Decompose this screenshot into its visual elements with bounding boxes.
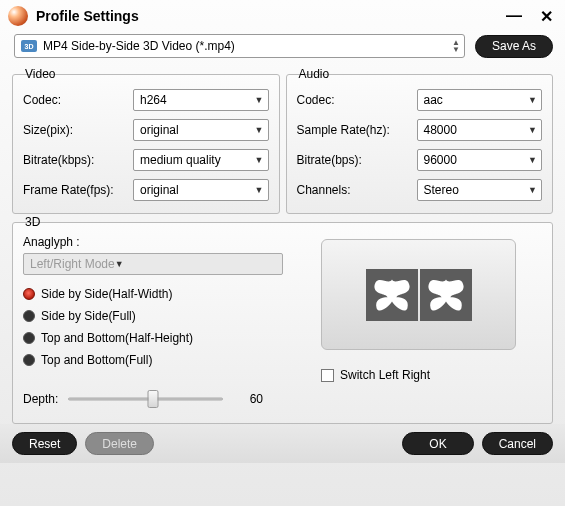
video-size-label: Size(pix): [23, 123, 133, 137]
ok-button[interactable]: OK [402, 432, 473, 455]
video-size-select[interactable]: original ▼ [133, 119, 269, 141]
threed-panel: 3D Anaglyph : Left/Right Mode ▼ Side by … [12, 222, 553, 424]
audio-bitrate-select[interactable]: 96000 ▼ [417, 149, 543, 171]
chevron-down-icon: ▼ [255, 125, 264, 135]
chevron-down-icon: ▼ [115, 259, 124, 269]
video-bitrate-select[interactable]: medium quality ▼ [133, 149, 269, 171]
audio-channels-value: Stereo [424, 183, 529, 197]
audio-bitrate-label: Bitrate(bps): [297, 153, 417, 167]
minimize-button[interactable]: — [502, 7, 526, 26]
radio-icon [23, 354, 35, 366]
audio-codec-select[interactable]: aac ▼ [417, 89, 543, 111]
audio-bitrate-value: 96000 [424, 153, 529, 167]
radio-tb-half[interactable]: Top and Bottom(Half-Height) [23, 327, 303, 349]
video-panel: Video Codec: h264 ▼ Size(pix): original … [12, 74, 280, 214]
radio-tb-full[interactable]: Top and Bottom(Full) [23, 349, 303, 371]
window-title: Profile Settings [36, 8, 502, 24]
audio-legend: Audio [295, 67, 334, 81]
video-bitrate-label: Bitrate(kbps): [23, 153, 133, 167]
video-framerate-select[interactable]: original ▼ [133, 179, 269, 201]
butterfly-right-icon [420, 269, 472, 321]
radio-label: Side by Side(Full) [41, 309, 136, 323]
video-bitrate-value: medium quality [140, 153, 255, 167]
radio-sbs-half[interactable]: Side by Side(Half-Width) [23, 283, 303, 305]
video-size-value: original [140, 123, 255, 137]
anaglyph-value: Left/Right Mode [30, 257, 115, 271]
audio-channels-label: Channels: [297, 183, 417, 197]
switch-left-right-checkbox[interactable] [321, 369, 334, 382]
video-codec-select[interactable]: h264 ▼ [133, 89, 269, 111]
chevron-down-icon: ▼ [255, 185, 264, 195]
audio-codec-value: aac [424, 93, 529, 107]
chevron-down-icon: ▼ [528, 125, 537, 135]
radio-label: Top and Bottom(Full) [41, 353, 152, 367]
depth-slider[interactable] [68, 389, 223, 409]
radio-icon [23, 288, 35, 300]
delete-button: Delete [85, 432, 154, 455]
close-button[interactable]: ✕ [536, 7, 557, 26]
cancel-button[interactable]: Cancel [482, 432, 553, 455]
video-codec-value: h264 [140, 93, 255, 107]
audio-panel: Audio Codec: aac ▼ Sample Rate(hz): 4800… [286, 74, 554, 214]
radio-sbs-full[interactable]: Side by Side(Full) [23, 305, 303, 327]
profile-select[interactable]: 3D MP4 Side-by-Side 3D Video (*.mp4) ▲▼ [14, 34, 465, 58]
audio-codec-label: Codec: [297, 93, 417, 107]
anaglyph-select: Left/Right Mode ▼ [23, 253, 283, 275]
depth-label: Depth: [23, 392, 58, 406]
video-framerate-label: Frame Rate(fps): [23, 183, 133, 197]
video-framerate-value: original [140, 183, 255, 197]
chevron-down-icon: ▼ [528, 155, 537, 165]
audio-samplerate-select[interactable]: 48000 ▼ [417, 119, 543, 141]
chevron-down-icon: ▼ [255, 95, 264, 105]
audio-channels-select[interactable]: Stereo ▼ [417, 179, 543, 201]
save-as-button[interactable]: Save As [475, 35, 553, 58]
radio-icon [23, 310, 35, 322]
video-legend: Video [21, 67, 59, 81]
chevron-down-icon: ▼ [255, 155, 264, 165]
profile-text: MP4 Side-by-Side 3D Video (*.mp4) [43, 39, 452, 53]
profile-3d-icon: 3D [21, 40, 37, 52]
profile-spinner[interactable]: ▲▼ [452, 39, 460, 53]
app-icon [8, 6, 28, 26]
audio-samplerate-value: 48000 [424, 123, 529, 137]
radio-label: Top and Bottom(Half-Height) [41, 331, 193, 345]
depth-value: 60 [233, 392, 263, 406]
reset-button[interactable]: Reset [12, 432, 77, 455]
switch-left-right-label: Switch Left Right [340, 368, 430, 382]
threed-legend: 3D [21, 215, 44, 229]
butterfly-left-icon [366, 269, 418, 321]
video-codec-label: Codec: [23, 93, 133, 107]
audio-samplerate-label: Sample Rate(hz): [297, 123, 417, 137]
anaglyph-label: Anaglyph : [23, 235, 303, 249]
chevron-down-icon: ▼ [528, 185, 537, 195]
radio-icon [23, 332, 35, 344]
chevron-down-icon: ▼ [528, 95, 537, 105]
threed-preview [321, 239, 516, 350]
radio-label: Side by Side(Half-Width) [41, 287, 172, 301]
